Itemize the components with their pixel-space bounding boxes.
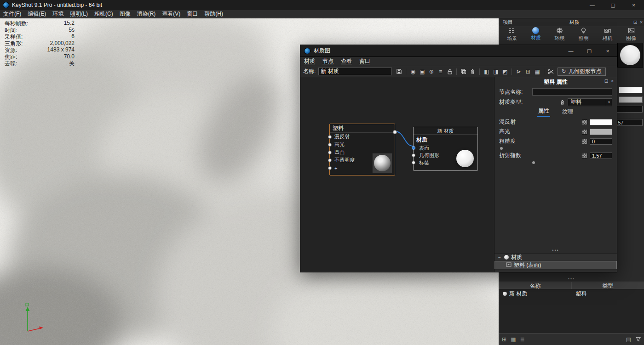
preview-panel-icon[interactable]: ▣ bbox=[418, 68, 426, 75]
tree-child-row[interactable]: 塑料 (表面) bbox=[494, 261, 617, 269]
splitter-handle[interactable]: ••• bbox=[494, 248, 617, 253]
node-layout-c-icon[interactable]: ◩ bbox=[501, 68, 509, 75]
tab-scene[interactable]: 场景 bbox=[500, 27, 523, 42]
roughness-slider[interactable] bbox=[499, 146, 612, 151]
lock-icon[interactable] bbox=[446, 68, 454, 75]
name-label: 名称: bbox=[303, 68, 316, 75]
material-name-input[interactable] bbox=[318, 68, 392, 75]
mg-maximize-button[interactable]: ▢ bbox=[580, 45, 598, 57]
tree-root-row[interactable]: − 材质 bbox=[494, 253, 617, 261]
tab-textures[interactable]: 纹理 bbox=[561, 108, 574, 117]
output-pin-icon[interactable] bbox=[393, 130, 397, 134]
texture-slot-icon[interactable] bbox=[582, 119, 587, 125]
tab-lighting[interactable]: 照明 bbox=[572, 27, 595, 42]
node-graph-canvas[interactable]: 塑料 漫反射 高光 凹凸 不透明度 + 新 材质 材质 表面 几何图形 bbox=[300, 77, 494, 272]
folder-icon[interactable]: ▤ bbox=[626, 336, 631, 343]
menu-help[interactable]: 帮助(H) bbox=[201, 10, 226, 18]
duplicate-icon[interactable] bbox=[460, 68, 467, 75]
stat-triangles: 三角形:2,000,022 bbox=[5, 40, 75, 47]
mg-menu-view[interactable]: 查看 bbox=[337, 57, 356, 65]
input-pin-icon[interactable] bbox=[412, 161, 415, 164]
column-type[interactable]: 类型 bbox=[571, 282, 644, 289]
mg-minimize-button[interactable]: — bbox=[562, 45, 580, 57]
tab-properties[interactable]: 属性 bbox=[537, 107, 550, 117]
ior-field[interactable]: 1.57 bbox=[590, 153, 612, 159]
minimize-button[interactable]: — bbox=[582, 0, 603, 10]
specular-color-swatch[interactable] bbox=[590, 129, 612, 135]
table-view-icon[interactable]: ▦ bbox=[511, 336, 516, 343]
mg-close-button[interactable]: × bbox=[598, 45, 617, 57]
detach-icon[interactable]: ⊡ bbox=[603, 79, 610, 84]
levels-icon[interactable]: ≡ bbox=[437, 68, 444, 75]
tab-camera[interactable]: 相机 bbox=[596, 27, 619, 42]
mg-menu-material[interactable]: 材质 bbox=[300, 57, 319, 65]
input-pin-icon[interactable] bbox=[328, 151, 332, 154]
input-pin-icon[interactable] bbox=[412, 153, 415, 157]
mg-menu-window[interactable]: 窗口 bbox=[356, 57, 374, 65]
grid-snap-icon[interactable]: ⊞ bbox=[524, 68, 532, 75]
maximize-button[interactable]: ▢ bbox=[603, 0, 623, 10]
keyshot-logo-icon bbox=[3, 2, 9, 8]
material-graph-titlebar[interactable]: 材质图 — ▢ × bbox=[300, 45, 617, 57]
roughness-field[interactable]: 0 bbox=[590, 138, 612, 145]
material-ball-icon[interactable]: ◉ bbox=[409, 68, 417, 75]
menu-file[interactable]: 文件(F) bbox=[0, 10, 24, 18]
menu-view[interactable]: 查看(V) bbox=[159, 10, 184, 18]
project-detach-icon[interactable]: ⊡ bbox=[632, 20, 638, 25]
slider-handle[interactable] bbox=[532, 161, 535, 164]
column-name[interactable]: 名称 bbox=[499, 282, 571, 289]
material-root-node[interactable]: 新 材质 材质 表面 几何图形 标签 bbox=[413, 127, 478, 171]
menu-render[interactable]: 渲染(R) bbox=[134, 10, 159, 18]
diffuse-color-swatch[interactable] bbox=[619, 87, 643, 93]
tab-environment[interactable]: 环境 bbox=[548, 27, 571, 42]
close-button[interactable]: × bbox=[623, 0, 644, 10]
axis-gizmo bbox=[9, 301, 48, 338]
slider-handle[interactable] bbox=[500, 147, 503, 150]
pin-diffuse[interactable]: 漫反射 bbox=[330, 133, 395, 141]
list-view-icon[interactable]: ≣ bbox=[520, 336, 524, 343]
delete-icon[interactable] bbox=[469, 68, 477, 75]
filter-icon[interactable] bbox=[635, 336, 641, 342]
pin-specular[interactable]: 高光 bbox=[330, 141, 395, 148]
plastic-node[interactable]: 塑料 漫反射 高光 凹凸 不透明度 + bbox=[329, 124, 395, 175]
menu-camera[interactable]: 相机(C) bbox=[91, 10, 116, 18]
menu-environment[interactable]: 环境 bbox=[49, 10, 67, 18]
material-type-select[interactable]: 塑料 ▼ bbox=[568, 98, 612, 106]
node-name-input[interactable] bbox=[532, 88, 612, 96]
minimize-icon: — bbox=[569, 48, 574, 54]
menu-lighting[interactable]: 照明(L) bbox=[67, 10, 91, 18]
grid-view-icon[interactable]: ⊞ bbox=[502, 336, 506, 343]
flow-direction-icon[interactable]: ⊳ bbox=[515, 68, 523, 75]
table-icon[interactable]: ▦ bbox=[533, 68, 541, 75]
input-pin-icon[interactable] bbox=[328, 143, 332, 147]
specular-color-swatch[interactable] bbox=[619, 96, 643, 103]
diffuse-color-swatch[interactable] bbox=[590, 119, 612, 125]
cut-connection-icon[interactable] bbox=[547, 68, 555, 75]
app-titlebar: KeyShot 9.1 Pro - untitled.bip - 64 bit … bbox=[0, 0, 644, 10]
mg-menu-node[interactable]: 节点 bbox=[319, 57, 337, 65]
connected-pin-icon[interactable] bbox=[412, 146, 415, 150]
menu-edit[interactable]: 编辑(E) bbox=[24, 10, 49, 18]
material-list-row[interactable]: 新 材质 塑料 bbox=[499, 289, 644, 298]
texture-slot-icon[interactable] bbox=[582, 139, 587, 144]
texture-slot-icon[interactable] bbox=[582, 129, 587, 135]
menu-window[interactable]: 窗口 bbox=[184, 10, 201, 18]
tab-image[interactable]: 图像 bbox=[620, 27, 643, 42]
menu-image[interactable]: 图像 bbox=[116, 10, 134, 18]
input-pin-icon[interactable] bbox=[328, 166, 332, 170]
node-layout-b-icon[interactable]: ◨ bbox=[492, 68, 500, 75]
input-pin-icon[interactable] bbox=[328, 135, 332, 139]
close-icon[interactable]: × bbox=[610, 79, 615, 84]
collapse-icon[interactable]: − bbox=[498, 255, 502, 260]
project-close-icon[interactable]: × bbox=[638, 20, 644, 25]
input-pin-icon[interactable] bbox=[328, 158, 332, 162]
splitter-handle[interactable]: ••• bbox=[499, 276, 644, 282]
save-icon[interactable] bbox=[395, 68, 403, 75]
node-layout-a-icon[interactable]: ◧ bbox=[483, 68, 490, 75]
ior-slider[interactable] bbox=[499, 160, 612, 165]
texture-slot-icon[interactable] bbox=[582, 153, 587, 158]
delete-material-icon[interactable] bbox=[559, 99, 565, 105]
update-preview-icon[interactable]: ⊕ bbox=[427, 68, 435, 75]
geometry-node-button[interactable]: ↻ 几何图形节点 bbox=[558, 68, 605, 76]
tab-material[interactable]: 材质 bbox=[524, 27, 547, 41]
